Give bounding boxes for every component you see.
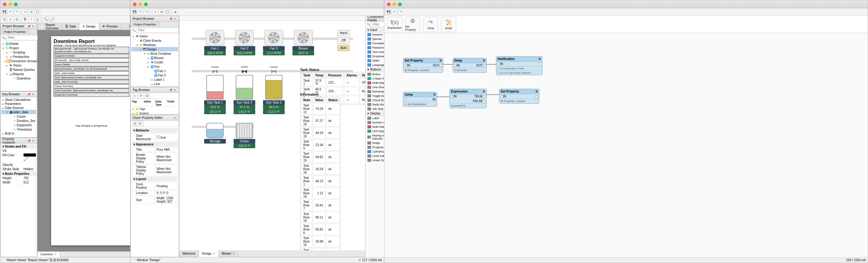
- project-properties-tab[interactable]: Project Properties: [131, 22, 159, 27]
- report-row[interactable]: static_data Summary: [54, 80, 129, 84]
- pin-icon[interactable]: 📌: [27, 93, 31, 96]
- tree-item[interactable]: ▸🌐Global: [1, 41, 36, 46]
- titlebar[interactable]: [384, 0, 868, 8]
- report-row[interactable]: @Equipment@ – @floor(total.Duration_Sec/…: [54, 47, 129, 54]
- toolbar-button[interactable]: ↷Jump: [423, 17, 438, 32]
- node-delay[interactable]: Delay✕ INOUT 5 seconds: [453, 58, 487, 73]
- tree-item[interactable]: ▸Built In: [1, 131, 36, 135]
- tree-item[interactable]: ▸👁Vision: [1, 63, 36, 67]
- table-row[interactable]: Test Row 1998.11ok: [301, 211, 340, 223]
- tree-item[interactable]: ▸Show Calculations: [1, 98, 36, 102]
- tree-item[interactable]: ▾📁Project: [1, 46, 36, 50]
- key-browser-tree[interactable]: ▸Show Calculations▸Parameters▸Data Sourc…: [1, 97, 37, 137]
- tree-item[interactable]: ○Duration_Sec: [1, 119, 36, 123]
- collapse-icon[interactable]: ⊟: [144, 93, 150, 99]
- table-row[interactable]: Test Row 144.13ok: [301, 175, 340, 187]
- tree-item[interactable]: ▸▭Perspective: [1, 55, 36, 59]
- tank-component[interactable]: Dye Tank 380.0 %212.0 °F: [263, 75, 285, 114]
- tree-item[interactable]: ▾📊Reports: [1, 72, 36, 76]
- fan-component[interactable]: Fan 315.0 RPM: [263, 30, 285, 55]
- project-properties-tab[interactable]: Project Properties: [1, 29, 29, 34]
- tree-item[interactable]: 🗄Named Queries: [1, 67, 36, 72]
- tree-item[interactable]: ▸🌀Blower: [131, 56, 178, 60]
- node-notification[interactable]: Notification✕ IN ⚠ No Notification Profi…: [496, 56, 542, 75]
- in-port[interactable]: [454, 64, 457, 67]
- fan-component[interactable]: Fan 1100.0 RPM: [204, 30, 226, 55]
- pipeline-canvas[interactable]: Set Property✕ INOUT ⚙ Property: counter …: [384, 33, 868, 257]
- report-row[interactable]: Equipment Summary: [54, 93, 129, 97]
- true-port[interactable]: [483, 95, 485, 98]
- close-icon[interactable]: [387, 2, 391, 6]
- tree-item[interactable]: ○Equipment: [1, 123, 36, 127]
- report-row[interactable]: Cause Details: [54, 63, 129, 67]
- minimize-icon[interactable]: [8, 2, 12, 6]
- report-row[interactable]: @floor(Duration_Sec/60)@ min @Timestamp@: [54, 67, 129, 71]
- false-port[interactable]: [483, 100, 485, 102]
- mode-button[interactable]: Hand: [337, 30, 350, 36]
- maximize-icon[interactable]: [398, 2, 402, 6]
- mode-button[interactable]: Off: [337, 37, 350, 44]
- toolbar-button[interactable]: 📜Script: [441, 17, 456, 32]
- pin-icon[interactable]: 📌: [169, 17, 173, 21]
- titlebar[interactable]: [0, 0, 130, 8]
- align-right-icon[interactable]: ☰: [14, 17, 20, 22]
- tag-item[interactable]: ▸📁System: [131, 111, 178, 114]
- tree-item[interactable]: —Line: [131, 82, 178, 86]
- cooler[interactable]: Cooler102.8 °F: [234, 123, 255, 148]
- table-row[interactable]: Test Row 1937.27ok: [301, 115, 340, 127]
- undo-icon[interactable]: ↶: [392, 9, 398, 15]
- property-row[interactable]: Fill Color: [1, 153, 36, 163]
- close-icon[interactable]: ✕: [54, 253, 57, 256]
- report-row[interactable]: Total: @floor(total.Duration_Sec/60)@ mi…: [54, 75, 129, 79]
- report-row[interactable]: static_data Details: [54, 71, 129, 75]
- tree-item[interactable]: ▸❄Cooler: [131, 60, 178, 64]
- close-icon[interactable]: ✕: [483, 90, 485, 93]
- out-port[interactable]: [535, 95, 538, 98]
- report-row[interactable]: Total Downtime: @floor(total.Duration_Se…: [54, 89, 129, 93]
- copy-icon[interactable]: ⧉: [159, 9, 164, 15]
- tree-item[interactable]: ▾▭Root Container: [131, 52, 178, 56]
- tree-item[interactable]: 📄Downtime: [1, 76, 36, 80]
- tag-browser-tree[interactable]: TagValueData TypeTraits▸📁Tags▸📁System▸📁V…: [131, 99, 179, 114]
- paste-icon[interactable]: 📋: [165, 9, 170, 15]
- property-row[interactable]: Border Display PolicyWhen Not Maximized: [132, 153, 178, 164]
- tree-item[interactable]: ○Timestamp: [1, 127, 36, 131]
- maximize-icon[interactable]: [144, 2, 148, 6]
- redo-icon[interactable]: ↷: [144, 9, 150, 15]
- align-left-icon[interactable]: ☰: [2, 17, 7, 22]
- property-editor-table[interactable]: ▾ BehaviorStart Maximized true▾ Appearan…: [131, 127, 179, 257]
- zoom-in-icon[interactable]: 🔍: [43, 17, 49, 22]
- close-icon[interactable]: ✕: [173, 17, 177, 21]
- tag-item[interactable]: ▸📁Tags: [131, 107, 178, 111]
- bold-icon[interactable]: B: [22, 17, 28, 22]
- mode-button[interactable]: Auto: [337, 45, 350, 51]
- property-row[interactable]: Titlebar Display PolicyWhen Not Maximize…: [132, 165, 178, 176]
- close-icon[interactable]: ✕: [232, 252, 235, 255]
- canvas-tab[interactable]: Welcome: [179, 250, 199, 257]
- property-row[interactable]: Width612: [1, 180, 36, 185]
- close-icon[interactable]: ✕: [213, 252, 215, 255]
- bottom-tab[interactable]: Downtime✕: [37, 252, 60, 257]
- report-tab[interactable]: ✎Design: [79, 23, 99, 30]
- node-set-property[interactable]: Set Property✕ INOUT ⚙ Property: counter: [403, 58, 443, 73]
- close-icon[interactable]: ✕: [439, 59, 442, 62]
- close-icon[interactable]: ✕: [433, 93, 436, 96]
- property-row[interactable]: Fill: [1, 149, 36, 153]
- tree-item[interactable]: ⚙Client Events: [131, 38, 178, 43]
- canvas-tab[interactable]: Design✕: [199, 250, 219, 257]
- tree-item[interactable]: ▸Data Sources: [1, 106, 36, 110]
- property-row[interactable]: SizeWidth: 1269 Height: 927: [132, 196, 178, 204]
- tree-item[interactable]: ▾📁Windows: [131, 43, 178, 47]
- close-icon[interactable]: ✕: [31, 139, 35, 143]
- filter-input[interactable]: [136, 28, 179, 33]
- pin-icon[interactable]: 📌: [169, 88, 173, 92]
- report-tab[interactable]: 📄Report Overview: [37, 23, 62, 30]
- pin-icon[interactable]: 📌: [27, 25, 31, 28]
- node-set-property[interactable]: Set Property✕ IN ⚙ Property: counter: [499, 89, 539, 104]
- refresh-icon[interactable]: ⟳: [138, 93, 144, 99]
- toolbar-button[interactable]: ⚙Set Property: [405, 17, 421, 32]
- in-port[interactable]: [501, 95, 503, 98]
- italic-icon[interactable]: I: [29, 17, 34, 22]
- in-port[interactable]: [405, 64, 407, 67]
- design-canvas[interactable]: Fan 1100.0 RPMFan 2100.0 RPMFan 315.0 RP…: [179, 16, 365, 257]
